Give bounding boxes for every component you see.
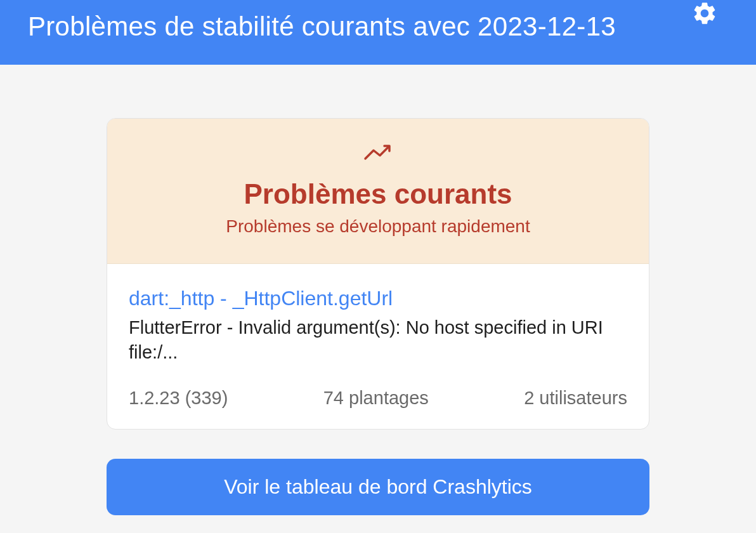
card-subtitle: Problèmes se développant rapidement	[126, 216, 630, 237]
card-body: dart:_http - _HttpClient.getUrl FlutterE…	[107, 264, 649, 429]
page-title: Problèmes de stabilité courants avec 202…	[28, 11, 616, 42]
issue-version: 1.2.23 (339)	[129, 388, 228, 409]
issue-users: 2 utilisateurs	[524, 388, 627, 409]
trending-issues-card: Problèmes courants Problèmes se développ…	[107, 118, 649, 430]
main-content: Problèmes courants Problèmes se développ…	[0, 65, 756, 515]
issue-stats: 1.2.23 (339) 74 plantages 2 utilisateurs	[129, 388, 627, 409]
issue-link[interactable]: dart:_http - _HttpClient.getUrl	[129, 287, 393, 310]
issue-description: FlutterError - Invalid argument(s): No h…	[129, 315, 627, 365]
gear-icon[interactable]	[691, 0, 718, 29]
view-dashboard-button[interactable]: Voir le tableau de bord Crashlytics	[107, 459, 649, 515]
card-header: Problèmes courants Problèmes se développ…	[107, 119, 649, 264]
header: Problèmes de stabilité courants avec 202…	[0, 0, 756, 65]
issue-crashes: 74 plantages	[323, 388, 429, 409]
trending-up-icon	[363, 143, 393, 164]
card-title: Problèmes courants	[126, 178, 630, 210]
